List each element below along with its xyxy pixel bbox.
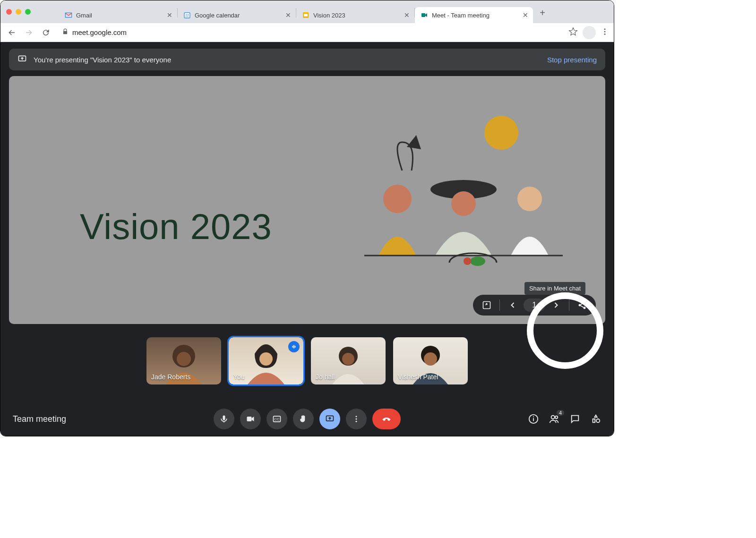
svg-point-44	[555, 416, 558, 419]
banner-message: You're presenting "Vision 2023" to every…	[34, 56, 541, 64]
close-window-button[interactable]	[6, 9, 12, 15]
participant-tile[interactable]: Jo hall	[311, 337, 386, 384]
svg-point-10	[484, 116, 518, 150]
svg-point-37	[356, 416, 357, 417]
speaking-indicator-icon	[288, 341, 300, 352]
svg-point-16	[470, 256, 485, 266]
profile-avatar[interactable]	[583, 26, 596, 39]
svg-point-19	[584, 301, 586, 304]
share-in-chat-button[interactable]	[574, 297, 590, 313]
open-in-slides-button[interactable]	[479, 297, 495, 313]
svg-point-11	[383, 185, 412, 213]
svg-point-24	[259, 352, 273, 366]
right-panel-buttons: 4	[479, 413, 601, 425]
meet-app: You're presenting "Vision 2023" to every…	[0, 42, 614, 436]
reload-button[interactable]	[39, 26, 52, 39]
svg-point-8	[604, 33, 606, 34]
tab-slides[interactable]: Vision 2023 ✕	[296, 7, 414, 23]
svg-point-7	[604, 31, 606, 32]
svg-rect-32	[223, 416, 225, 420]
slide-illustration	[345, 114, 572, 274]
presentation-stage: Vision 2023 Share in Meet chat 1	[9, 76, 605, 324]
chat-button[interactable]	[569, 413, 581, 425]
svg-point-14	[517, 187, 542, 211]
svg-text:22: 22	[185, 14, 189, 17]
participant-name: Jo hall	[316, 373, 335, 381]
close-icon[interactable]: ✕	[522, 11, 529, 19]
tab-title: Gmail	[76, 12, 162, 19]
window-controls	[6, 9, 31, 15]
svg-point-23	[177, 352, 191, 366]
svg-text:CC: CC	[275, 417, 280, 421]
close-icon[interactable]: ✕	[284, 11, 292, 19]
svg-rect-42	[533, 417, 534, 418]
minimize-window-button[interactable]	[16, 9, 21, 15]
raise-hand-button[interactable]	[293, 409, 314, 429]
participant-name: You	[233, 373, 245, 381]
url-text: meet.google.com	[72, 28, 127, 36]
gmail-icon	[65, 11, 72, 19]
meet-icon	[421, 11, 428, 19]
captions-button[interactable]: CC	[266, 409, 287, 429]
activities-button[interactable]	[590, 413, 601, 425]
maximize-window-button[interactable]	[25, 9, 31, 15]
svg-point-43	[551, 416, 555, 419]
call-controls: CC	[136, 409, 479, 429]
svg-point-13	[451, 191, 476, 216]
tab-title: Google calendar	[195, 12, 281, 19]
close-icon[interactable]: ✕	[403, 11, 411, 19]
share-in-chat-tooltip: Share in Meet chat	[524, 282, 585, 295]
svg-point-20	[579, 304, 581, 307]
participant-tile-self[interactable]: You	[229, 337, 303, 384]
participant-tile[interactable]: Vishesh Patel	[393, 337, 468, 384]
browser-tab-bar: Gmail ✕ 22 Google calendar ✕ Vision 2023…	[0, 0, 614, 23]
svg-rect-41	[533, 418, 534, 421]
next-slide-button[interactable]	[548, 297, 564, 313]
new-tab-button[interactable]: +	[536, 6, 549, 19]
tab-title: Meet - Team meeting	[432, 12, 518, 19]
forward-button[interactable]	[22, 26, 35, 39]
svg-point-17	[464, 257, 471, 265]
present-screen-icon	[17, 54, 27, 65]
tab-calendar[interactable]: 22 Google calendar ✕	[178, 7, 296, 23]
tab-meet[interactable]: Meet - Team meeting ✕	[415, 7, 533, 23]
calendar-icon: 22	[183, 11, 191, 19]
svg-point-38	[356, 418, 357, 420]
svg-rect-26	[293, 345, 294, 349]
svg-rect-25	[292, 346, 293, 348]
svg-rect-5	[421, 13, 425, 17]
meeting-details-button[interactable]	[528, 413, 539, 425]
stop-presenting-button[interactable]: Stop presenting	[547, 56, 597, 64]
browser-menu-icon[interactable]	[601, 27, 609, 38]
leave-call-button[interactable]	[372, 409, 401, 429]
microphone-button[interactable]	[214, 409, 234, 429]
lock-icon	[62, 28, 69, 36]
slide-controls: 1	[473, 295, 596, 316]
svg-rect-18	[483, 302, 490, 309]
participant-name: Vishesh Patel	[398, 373, 438, 381]
address-bar[interactable]: meet.google.com	[56, 26, 565, 40]
participant-tile[interactable]: Jade Roberts	[146, 337, 221, 384]
svg-rect-27	[295, 346, 296, 348]
slide-page-indicator[interactable]: 1	[524, 299, 545, 312]
svg-point-21	[584, 307, 586, 309]
svg-point-31	[424, 352, 437, 366]
svg-point-6	[604, 28, 606, 30]
svg-point-29	[342, 353, 354, 365]
svg-rect-33	[247, 417, 252, 421]
prev-slide-button[interactable]	[505, 297, 521, 313]
svg-point-45	[596, 419, 600, 422]
slides-icon	[302, 11, 309, 19]
people-button[interactable]: 4	[549, 413, 560, 425]
participant-name: Jade Roberts	[151, 373, 190, 381]
more-options-button[interactable]	[346, 409, 367, 429]
back-button[interactable]	[5, 26, 18, 39]
bookmark-icon[interactable]	[568, 27, 578, 38]
meet-bottom-bar: Team meeting CC 4	[0, 402, 614, 436]
close-icon[interactable]: ✕	[166, 11, 173, 19]
camera-button[interactable]	[240, 409, 261, 429]
present-button[interactable]	[319, 409, 340, 429]
participant-count-badge: 4	[556, 410, 565, 416]
tab-gmail[interactable]: Gmail ✕	[59, 7, 177, 23]
presenting-banner: You're presenting "Vision 2023" to every…	[9, 49, 605, 70]
